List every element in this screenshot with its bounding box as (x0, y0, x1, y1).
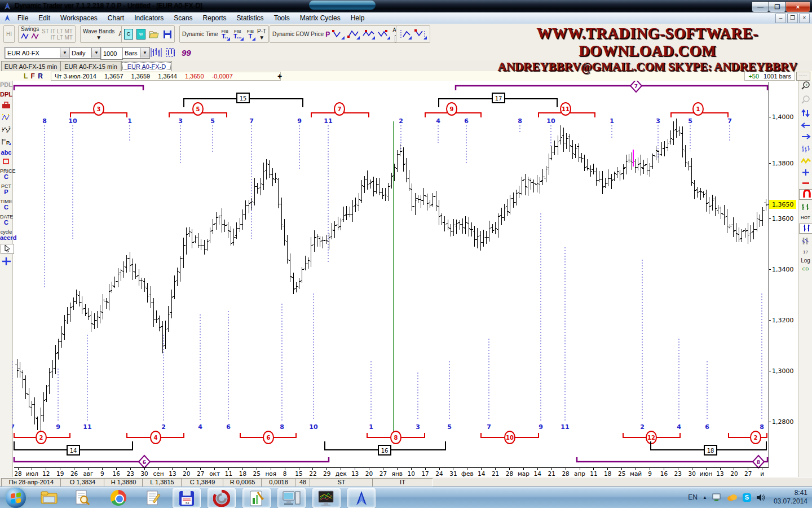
swing-tool-4-icon[interactable] (377, 29, 391, 40)
swing-tool-1-icon[interactable] (332, 29, 345, 40)
chrome-icon[interactable] (105, 488, 132, 507)
scroll-right-icon[interactable] (798, 133, 812, 141)
network-icon[interactable] (712, 493, 722, 502)
scroll-left-icon[interactable] (798, 122, 812, 130)
skype-icon[interactable]: S (743, 493, 751, 502)
swing-tool-3-icon[interactable] (362, 29, 376, 40)
hi-button[interactable]: HI (3, 25, 15, 43)
plus-icon[interactable] (0, 257, 12, 267)
bar-count-input[interactable] (100, 47, 123, 60)
chart-editor-icon[interactable] (242, 488, 271, 508)
mdi-close-button[interactable]: × (799, 14, 810, 23)
dpl[interactable]: DPL (0, 91, 12, 98)
stock-monitor-icon[interactable] (312, 488, 341, 508)
price-axis[interactable]: 1,40001,38001,36001,34001,32001,30001,28… (14, 82, 794, 467)
tray-expand-icon[interactable]: ▲ (703, 495, 707, 500)
menu-scans[interactable]: Scans (169, 13, 197, 23)
pct-p-button[interactable]: PCTP (0, 184, 12, 195)
bar-chart-style-icon[interactable] (150, 47, 162, 58)
wave-bands-button[interactable]: Wave Bands▼ (83, 28, 114, 41)
tab-eur-a0-fx-d[interactable]: EUR A0-FX-D (121, 61, 172, 71)
menu-chart[interactable]: Chart (103, 13, 129, 23)
copy-chart-icon[interactable]: C (124, 29, 133, 40)
swing-tool-2-icon[interactable] (347, 29, 360, 40)
explorer-icon[interactable] (36, 488, 63, 507)
date-axis[interactable]: 28июл121926авг9162330сен132027окт111825н… (14, 467, 764, 477)
menu-file[interactable]: File (12, 13, 33, 23)
swing-count-icon[interactable]: 312 (0, 125, 12, 135)
abc-button[interactable]: abc (0, 150, 12, 156)
zoom-off-icon[interactable] (798, 95, 812, 106)
tab-eur-a0-fx-15-min[interactable]: EUR A0-FX-15 min (60, 61, 121, 71)
pdl[interactable]: PDL (0, 82, 12, 88)
floppy-64-icon[interactable]: 64 (173, 488, 201, 508)
speaker-icon[interactable] (756, 493, 765, 502)
dynamic-eow-button[interactable]: Dynamic EOW Price (272, 31, 324, 37)
menu-indicators[interactable]: Indicators (129, 13, 169, 23)
bars-unit-select[interactable]: Bars▼ (122, 47, 150, 59)
menu-workspaces[interactable]: Workspaces (55, 13, 103, 23)
date-c-button[interactable]: DATEC (0, 214, 12, 226)
dynamic-trader-icon[interactable] (347, 488, 376, 508)
dynamic-time-button[interactable]: Dynamic Time (182, 31, 218, 37)
chevron-down-icon[interactable]: ▼ (91, 48, 101, 58)
magnet-icon[interactable] (799, 189, 812, 200)
cycle-99-icon[interactable]: 99 (182, 48, 191, 58)
zoom-minus-icon[interactable] (798, 181, 812, 186)
zoom-in-icon[interactable]: + (798, 81, 812, 91)
price-chart[interactable]: 8101357911246810135779112468101357911246… (12, 81, 798, 477)
log-button[interactable]: Log (798, 258, 812, 263)
notepad-icon[interactable] (140, 488, 167, 507)
time-c-button[interactable]: TIMEC (0, 199, 12, 211)
pt-dropdown[interactable]: P-T▼ (257, 28, 266, 41)
swing-tool-5-icon[interactable] (399, 29, 412, 40)
swings-group[interactable]: Swings ST IT LT MT IT LT MT (18, 25, 76, 43)
scale-updown-icon[interactable] (798, 109, 812, 119)
bars-pair-icon[interactable] (799, 224, 812, 234)
symbol-select[interactable]: EUR A0-FX▼ (5, 47, 70, 59)
fib-time-3-button[interactable]: FIBT (245, 28, 255, 41)
start-button[interactable] (2, 488, 29, 507)
bars-style-icon[interactable] (798, 144, 812, 154)
lfr-toggle[interactable]: L F R (24, 72, 43, 80)
chevron-down-icon[interactable]: ▼ (60, 48, 69, 58)
price-c-button[interactable]: PRICEC (0, 169, 12, 180)
ohlc-bars[interactable] (15, 119, 767, 438)
close-button[interactable]: × (785, 1, 810, 12)
corel-icon[interactable] (208, 488, 236, 508)
open-folder-icon[interactable] (149, 30, 160, 39)
pivot-p-icon[interactable]: P (0, 138, 12, 147)
menu-edit[interactable]: Edit (33, 13, 55, 23)
mdi-restore-button[interactable]: ❐ (787, 14, 798, 23)
restore-button[interactable]: ❐ (769, 1, 786, 12)
fib-time-1-button[interactable]: FIBT.. (220, 28, 230, 41)
tab-eur-a0-fx-15-min[interactable]: EUR A0-FX-15 min (1, 61, 60, 71)
crosshair-icon[interactable]: + (277, 72, 282, 81)
menu-matrix-cycles[interactable]: Matrix Cycles (295, 13, 346, 23)
search-doc-icon[interactable] (69, 488, 96, 507)
menu-tools[interactable]: Tools (269, 13, 295, 23)
bar-question-button[interactable]: 1? (798, 249, 812, 255)
bars-gray-icon[interactable] (798, 237, 812, 246)
red-square-icon[interactable] (0, 159, 12, 166)
hot-button[interactable]: HOT (798, 215, 812, 220)
p-button[interactable]: P (325, 30, 330, 38)
zoom-plus-icon[interactable] (798, 169, 812, 177)
computer-icon[interactable] (277, 488, 306, 508)
chevron-down-icon[interactable]: ▼ (140, 48, 149, 58)
cycle-accrd-button[interactable]: cycleaccrd (0, 230, 12, 241)
toolbox-icon[interactable] (0, 102, 12, 110)
menu-reports[interactable]: Reports (198, 13, 232, 23)
swings-zigzag-icons[interactable] (21, 32, 40, 40)
save-icon[interactable] (163, 30, 172, 39)
menu-statistics[interactable]: Statistics (232, 13, 269, 23)
workspace-icon[interactable]: w (136, 29, 145, 40)
period-select[interactable]: Daily▼ (69, 47, 102, 59)
fib-time-2-button[interactable]: FIBT... (232, 28, 244, 41)
cloud-icon[interactable] (727, 493, 738, 501)
candle-style-icon[interactable] (165, 47, 177, 58)
swing-highlight-icon[interactable] (0, 113, 12, 122)
minimize-button[interactable]: — (752, 1, 769, 12)
menu-help[interactable]: Help (346, 13, 370, 23)
mdi-minimize-button[interactable]: – (775, 14, 786, 23)
